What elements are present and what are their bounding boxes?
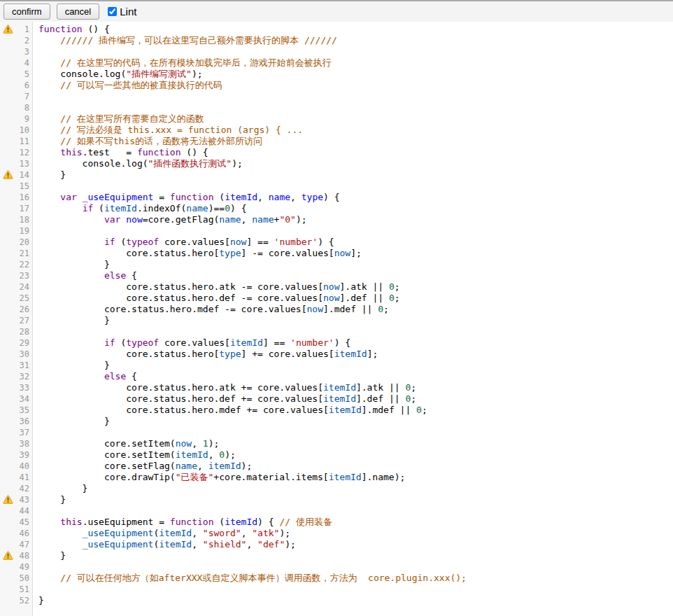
code-line[interactable]: 10 // 写法必须是 this.xxx = function (args) {… <box>0 125 673 136</box>
gutter-cell: 17 <box>0 203 34 214</box>
code-token: "def" <box>257 539 285 550</box>
code-line[interactable]: 15 <box>0 181 673 192</box>
code-line[interactable]: 19 <box>0 225 673 237</box>
code-line[interactable]: 33 core.status.hero.atk += core.values[i… <box>0 382 673 393</box>
code-line[interactable]: 11 // 如果不写this的话，函数将无法被外部所访问 <box>0 136 673 147</box>
code-line[interactable]: 27 } <box>0 315 673 326</box>
warning-icon[interactable] <box>3 551 13 560</box>
line-number: 51 <box>20 584 29 595</box>
line-number: 48 <box>20 550 29 561</box>
code-text: // 写法必须是 this.xxx = function (args) { ..… <box>34 125 303 136</box>
code-text: ////// 插件编写，可以在这里写自己额外需要执行的脚本 ////// <box>34 35 337 46</box>
code-line[interactable]: 5 console.log("插件编写测试"); <box>0 69 673 80</box>
line-number: 17 <box>20 203 29 214</box>
code-line[interactable]: 50 // 可以在任何地方（如afterXXX或自定义脚本事件）调用函数，方法为… <box>0 573 673 584</box>
code-line[interactable]: 29 if (typeof core.values[itemId] == 'nu… <box>0 337 673 349</box>
code-line[interactable]: 40 core.setFlag(name, itemId); <box>0 461 673 472</box>
warning-icon[interactable] <box>3 170 13 179</box>
code-token: ////// 插件编写，可以在这里写自己额外需要执行的脚本 ////// <box>60 35 337 46</box>
code-line[interactable]: 37 <box>0 427 673 438</box>
code-token: core.status.hero.mdef -= core.values[ <box>38 304 307 314</box>
code-line[interactable]: 48 } <box>0 550 673 561</box>
code-line[interactable]: 30 core.status.hero[type] += core.values… <box>0 349 673 360</box>
code-text: core.status.hero.atk -= core.values[now]… <box>34 281 400 293</box>
warning-icon[interactable] <box>3 495 13 504</box>
code-token: ( <box>115 237 127 247</box>
code-token: now <box>126 214 142 225</box>
code-token: } <box>38 416 110 426</box>
warning-icon[interactable] <box>3 24 13 34</box>
code-line[interactable]: 16 var _useEquipment = function (itemId,… <box>0 192 673 203</box>
line-number: 13 <box>20 158 29 169</box>
code-token: )== <box>208 203 225 214</box>
line-number: 43 <box>20 494 29 505</box>
code-token: this <box>60 517 82 527</box>
code-line[interactable]: 51 <box>0 584 673 595</box>
code-line[interactable]: 25 core.status.hero.def -= core.values[n… <box>0 293 673 304</box>
code-line[interactable]: 35 core.status.hero.mdef += core.values[… <box>0 405 673 416</box>
code-line[interactable]: 41 core.drawTip("已装备"+core.material.item… <box>0 472 673 483</box>
code-text <box>34 102 38 113</box>
code-line[interactable]: 2 ////// 插件编写，可以在这里写自己额外需要执行的脚本 ////// <box>0 35 673 46</box>
code-line[interactable]: 12 this.test = function () { <box>0 147 673 158</box>
code-line[interactable]: 21 core.status.hero[type] -= core.values… <box>0 248 673 259</box>
code-line[interactable]: 45 this.useEquipment = function (itemId)… <box>0 517 673 528</box>
code-line[interactable]: 18 var now=core.getFlag(name, name+"0"); <box>0 214 673 225</box>
code-line[interactable]: 32 else { <box>0 371 673 382</box>
code-line[interactable]: 52} <box>0 595 673 606</box>
lint-label: Lint <box>120 6 136 18</box>
gutter-cell: 20 <box>0 237 34 248</box>
code-token: "插件函数执行测试" <box>148 158 232 169</box>
code-line[interactable]: 42 } <box>0 483 673 494</box>
code-line[interactable]: 7 <box>0 91 673 102</box>
code-token <box>38 80 60 90</box>
code-line[interactable]: 4 // 在这里写的代码，在所有模块加载完毕后，游戏开始前会被执行 <box>0 57 673 69</box>
code-line[interactable]: 13 console.log("插件函数执行测试"); <box>0 158 673 169</box>
cancel-button[interactable]: cancel <box>57 4 100 20</box>
gutter-cell: 27 <box>0 315 34 326</box>
code-editor[interactable]: 1function () {2 ////// 插件编写，可以在这里写自己额外需要… <box>0 22 673 616</box>
code-line[interactable]: 38 core.setItem(now, 1); <box>0 438 673 449</box>
code-text: if (itemId.indexOf(name)==0) { <box>34 203 246 214</box>
gutter-cell: 3 <box>0 46 34 57</box>
code-line[interactable]: 1function () { <box>0 24 673 35</box>
toolbar: confirm cancel Lint <box>0 0 673 22</box>
code-line[interactable]: 8 <box>0 102 673 113</box>
code-token: ) { <box>334 337 350 348</box>
gutter-cell: 46 <box>0 528 34 539</box>
code-line[interactable]: 17 if (itemId.indexOf(name)==0) { <box>0 203 673 214</box>
lint-checkbox[interactable] <box>108 7 117 16</box>
line-number: 27 <box>20 315 29 326</box>
code-line[interactable]: 39 core.setItem(itemId, 0); <box>0 449 673 461</box>
code-line[interactable]: 28 <box>0 326 673 337</box>
code-line[interactable]: 23 else { <box>0 270 673 281</box>
line-number: 26 <box>20 304 29 315</box>
code-line[interactable]: 24 core.status.hero.atk -= core.values[n… <box>0 281 673 293</box>
code-text: // 可以写一些其他的被直接执行的代码 <box>34 80 222 91</box>
gutter-cell: 2 <box>0 35 34 46</box>
code-line[interactable]: 49 <box>0 561 673 573</box>
code-token: .useEquipment = <box>83 517 170 527</box>
confirm-button[interactable]: confirm <box>3 4 50 20</box>
code-line[interactable]: 20 if (typeof core.values[now] == 'numbe… <box>0 237 673 248</box>
code-line[interactable]: 36 } <box>0 416 673 427</box>
code-line[interactable]: 44 <box>0 505 673 517</box>
code-line[interactable]: 22 } <box>0 259 673 270</box>
code-line[interactable]: 46 _useEquipment(itemId, "sword", "atk")… <box>0 528 673 539</box>
code-text: } <box>34 169 66 181</box>
code-token: type <box>219 248 241 258</box>
code-line[interactable]: 31 } <box>0 360 673 371</box>
code-line[interactable]: 14 } <box>0 169 673 181</box>
code-line[interactable]: 34 core.status.hero.def += core.values[i… <box>0 393 673 405</box>
code-line[interactable]: 6 // 可以写一些其他的被直接执行的代码 <box>0 80 673 91</box>
code-line[interactable]: 47 _useEquipment(itemId, "shield", "def"… <box>0 539 673 550</box>
code-line[interactable]: 43 } <box>0 494 673 505</box>
code-line[interactable]: 9 // 在这里写所有需要自定义的函数 <box>0 113 673 125</box>
line-number: 22 <box>20 259 29 270</box>
code-line[interactable]: 26 core.status.hero.mdef -= core.values[… <box>0 304 673 315</box>
code-line[interactable]: 3 <box>0 46 673 57</box>
line-number: 45 <box>20 517 29 528</box>
code-token <box>38 136 60 146</box>
gutter-cell: 34 <box>0 393 34 405</box>
code-token: ( <box>213 192 225 202</box>
